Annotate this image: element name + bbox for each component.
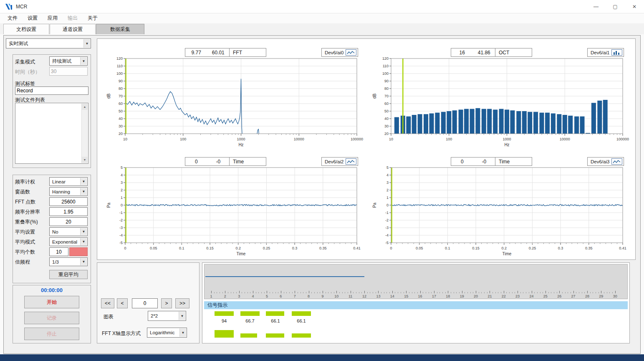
fft-plot[interactable]: 2030405060708090100110120101001000100001… (97, 56, 364, 156)
svg-text:-3: -3 (119, 226, 123, 230)
timeline-strip[interactable]: 1234567891011121314151617181920212223242… (204, 264, 628, 299)
nav-last-button[interactable]: >> (175, 298, 189, 308)
ruler-number: 16 (418, 294, 422, 298)
chevron-down-icon: ▼ (80, 57, 87, 65)
acq-mode-select[interactable]: 持续测试 ▼ (49, 56, 88, 66)
maximize-button[interactable]: ▢ (606, 0, 625, 13)
menu-application[interactable]: 应用 (43, 13, 63, 23)
octave-select[interactable]: 1/3 ▼ (49, 257, 88, 266)
menu-settings[interactable]: 设置 (23, 13, 43, 23)
channel-selector[interactable]: Dev6/ai3 (587, 157, 624, 166)
time-seconds-input[interactable] (49, 67, 88, 76)
svg-text:120: 120 (116, 56, 123, 61)
svg-text:0: 0 (390, 246, 392, 250)
svg-text:20: 20 (119, 132, 123, 136)
svg-text:2: 2 (121, 188, 123, 192)
minimize-button[interactable]: — (586, 0, 606, 13)
svg-text:dB: dB (106, 94, 111, 99)
ruler-number: 26 (557, 294, 561, 298)
svg-text:20: 20 (384, 132, 389, 136)
window-function-select[interactable]: Hanning ▼ (49, 187, 88, 196)
average-mode-select[interactable]: Exponential ▼ (49, 237, 88, 246)
oct-plot[interactable]: 2030405060708090100110120101001000100001… (363, 56, 630, 156)
signal-level-bar (292, 333, 311, 338)
fft-axis-mode-label: FFT X轴显示方式 (102, 330, 141, 337)
test-type-select[interactable]: 实时测试 ▼ (6, 38, 91, 48)
nav-next-button[interactable]: > (161, 298, 172, 308)
scroll-up-icon[interactable]: ▲ (82, 104, 88, 110)
freq-resolution-input[interactable] (49, 207, 88, 216)
line-chart-icon (346, 49, 356, 56)
svg-text:4: 4 (386, 173, 389, 177)
svg-text:0.3: 0.3 (292, 246, 298, 250)
cursor-x-value: 0 (185, 159, 207, 165)
svg-text:4: 4 (121, 173, 123, 177)
svg-text:10: 10 (123, 137, 127, 141)
channel-selector[interactable]: Dev6/ai2 (321, 157, 358, 166)
menu-about[interactable]: 关于 (83, 13, 103, 23)
svg-text:0.1: 0.1 (445, 246, 450, 250)
cursor-y-value: 41.86 (473, 50, 495, 56)
svg-text:80: 80 (384, 86, 389, 91)
average-count-input[interactable] (49, 247, 68, 256)
signal-level-bar (266, 311, 284, 316)
average-setting-select[interactable]: No ▼ (49, 227, 88, 236)
fft-points-input[interactable] (49, 197, 88, 206)
ruler-number: 2 (224, 294, 226, 298)
nav-prev-button[interactable]: < (117, 298, 128, 308)
chevron-down-icon: ▼ (80, 258, 87, 265)
svg-text:110: 110 (117, 64, 123, 68)
channel-selector[interactable]: Dev6/ai1 (587, 48, 624, 57)
channel-selector[interactable]: Dev6/ai0 (321, 48, 358, 57)
svg-text:30: 30 (119, 124, 123, 128)
overlap-input[interactable] (49, 217, 88, 226)
average-setting-value: No (52, 229, 58, 234)
nav-index-input[interactable] (132, 298, 158, 308)
svg-text:0: 0 (121, 203, 123, 207)
svg-text:dB: dB (372, 94, 377, 99)
restart-average-button[interactable]: 重启平均 (49, 270, 88, 279)
svg-text:0.25: 0.25 (529, 246, 536, 250)
tab-channel-settings[interactable]: 通道设置 (50, 24, 96, 34)
average-count-indicator (69, 247, 88, 256)
test-label-input[interactable] (15, 86, 88, 95)
ruler-number: 10 (334, 294, 338, 298)
test-file-listbox[interactable]: ▲ ▼ (15, 103, 88, 164)
freq-weighting-select[interactable]: Linear ▼ (49, 177, 88, 186)
record-button[interactable]: 记录 (24, 312, 79, 324)
svg-text:50: 50 (384, 109, 389, 113)
fft-axis-mode-select[interactable]: Logarithmic ▼ (147, 328, 187, 338)
start-button[interactable]: 开始 (24, 296, 79, 308)
channel-level-value: 94 (222, 318, 227, 323)
svg-text:0: 0 (124, 246, 126, 250)
chevron-down-icon: ▼ (80, 188, 87, 195)
listbox-scrollbar[interactable]: ▲ ▼ (81, 104, 88, 163)
time-plot-ai2[interactable]: -5-4-3-2-101234500.050.10.150.20.250.30.… (97, 165, 364, 265)
close-button[interactable]: ✕ (625, 0, 644, 13)
signal-level-bar (215, 311, 234, 316)
svg-text:100000: 100000 (616, 137, 629, 141)
svg-text:Hz: Hz (238, 142, 243, 147)
svg-text:80: 80 (119, 86, 123, 91)
scroll-down-icon[interactable]: ▼ (82, 157, 88, 163)
svg-text:-5: -5 (385, 241, 389, 245)
signal-level-bar (292, 311, 311, 316)
time-plot-ai3[interactable]: -5-4-3-2-101234500.050.10.150.20.250.30.… (363, 165, 630, 265)
chart-layout-select[interactable]: 2*2 ▼ (148, 311, 186, 321)
ruler-number: 5 (266, 294, 268, 298)
nav-first-button[interactable]: << (101, 298, 114, 308)
tab-document-settings[interactable]: 文档设置 (3, 24, 49, 34)
stop-button[interactable]: 停止 (24, 328, 79, 340)
svg-text:-4: -4 (119, 233, 123, 237)
svg-text:90: 90 (384, 79, 389, 83)
cursor-x-value: 9.77 (185, 50, 207, 56)
tab-data-acquisition[interactable]: 数据采集 (96, 24, 144, 34)
svg-text:0.41: 0.41 (619, 246, 626, 250)
svg-text:0.15: 0.15 (472, 246, 480, 250)
chart-panel-time-ai2: 0 -0 Time Dev6/ai2 -5-4-3-2-101234500.05… (97, 154, 366, 265)
svg-text:1000: 1000 (503, 137, 511, 141)
svg-text:100: 100 (180, 137, 186, 141)
svg-text:-2: -2 (119, 218, 123, 222)
svg-text:5: 5 (386, 165, 389, 170)
menu-file[interactable]: 文件 (3, 13, 23, 23)
